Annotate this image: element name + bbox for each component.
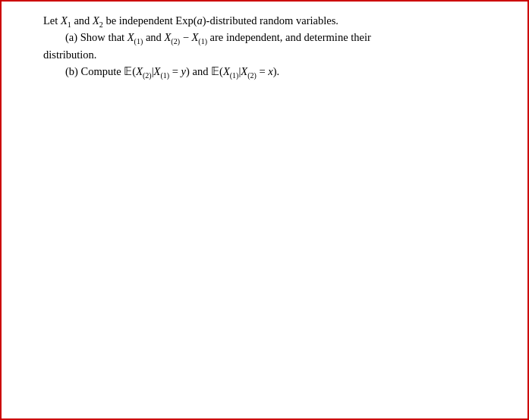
line-2a: (a) Show that X(1) and X(2) − X(1) are i… [43,29,486,45]
content-area: Let X1 and X2 be independent Exp(a)-dist… [2,2,527,96]
line-1: Let X1 and X2 be independent Exp(a)-dist… [43,12,486,29]
intro-text: be independent Exp(a)-distributed random… [105,14,338,27]
sub-1: 1 [68,20,71,29]
and-word: and [74,14,93,27]
var-x1: X [61,14,68,27]
sub-2: 2 [99,20,103,29]
line-3: (b) Compute 𝔼(X(2)|X(1) = y) and 𝔼(X(1)|… [43,63,486,80]
page-container: Let X1 and X2 be independent Exp(a)-dist… [0,0,529,420]
var-x2: X [93,14,99,27]
line-2b: distribution. [43,46,486,63]
